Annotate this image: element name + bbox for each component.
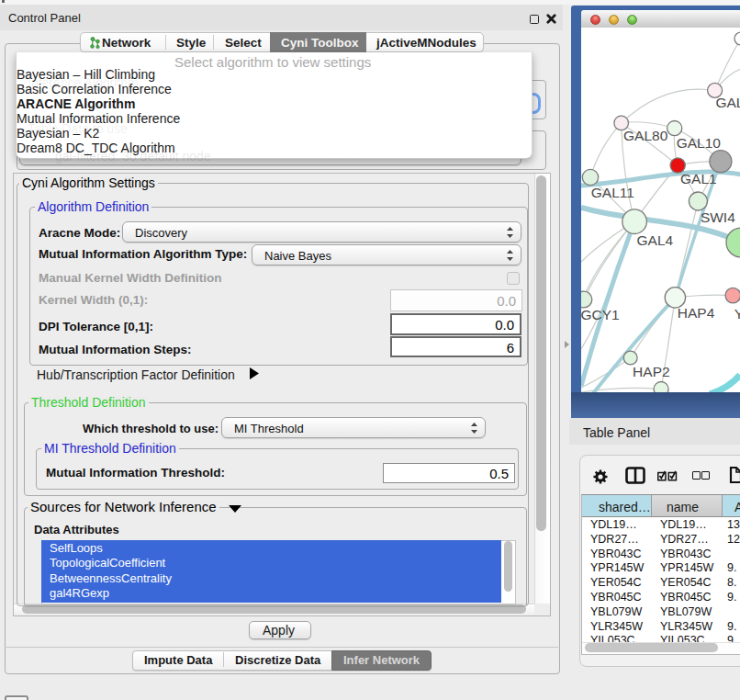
svg-text:HAP4: HAP4 xyxy=(678,305,715,321)
svg-text:GAL: GAL xyxy=(715,95,740,110)
svg-text:SWI4: SWI4 xyxy=(701,209,735,225)
svg-text:GAL80: GAL80 xyxy=(623,128,668,143)
svg-text:Y: Y xyxy=(734,306,740,322)
svg-text:GAL11: GAL11 xyxy=(591,185,634,200)
svg-text:HAP2: HAP2 xyxy=(633,364,670,379)
svg-text:GAL10: GAL10 xyxy=(677,135,722,151)
svg-text:GAL1: GAL1 xyxy=(680,171,717,186)
svg-text:GCY1: GCY1 xyxy=(581,307,620,322)
svg-text:GAL4: GAL4 xyxy=(637,232,674,248)
